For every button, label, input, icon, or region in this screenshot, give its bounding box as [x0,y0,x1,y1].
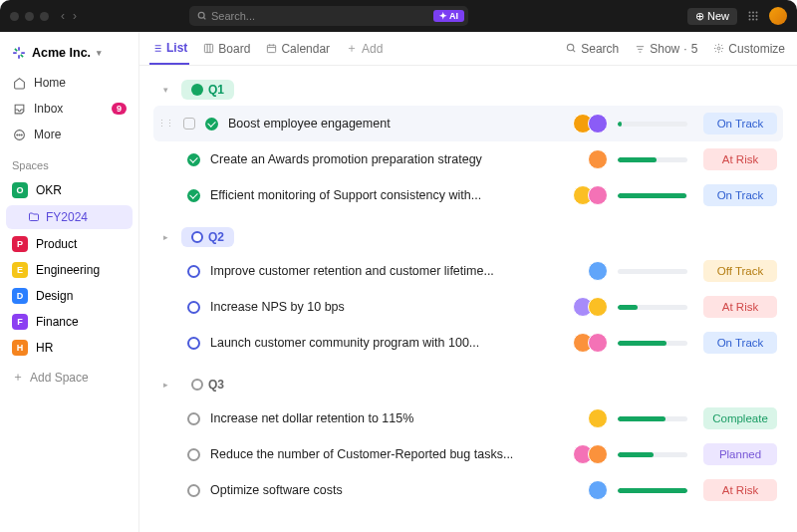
task-row[interactable]: Efficient monitoring of Support consiste… [153,177,783,213]
task-title: Efficient monitoring of Support consiste… [210,188,563,202]
apps-grid-icon[interactable] [747,10,759,22]
status-pill[interactable]: On Track [703,332,777,354]
nav-back-icon[interactable]: ‹ [61,9,65,23]
progress-bar [618,157,687,162]
folder-icon [28,211,40,223]
home-icon [12,77,26,90]
task-title: Increase NPS by 10 bps [210,300,563,314]
nav-home[interactable]: Home [0,70,138,96]
nav-forward-icon[interactable]: › [73,9,77,23]
assignee-avatar[interactable] [588,185,608,205]
folder-fy2024[interactable]: FY2024 [6,205,133,229]
assignee-avatar[interactable] [588,261,608,281]
task-list: ▾ Q1 ⋮⋮ Boost employee engagement On Tra… [139,66,797,532]
svg-line-29 [573,50,575,52]
task-row[interactable]: Increase NPS by 10 bps At Risk [153,289,783,325]
view-toolbar: List Board Calendar ＋ Add Sear [139,32,797,66]
task-status-icon[interactable] [187,189,200,202]
global-search[interactable]: Search... ✦ AI [189,6,468,26]
space-icon: O [12,182,28,198]
assignee-avatar[interactable] [588,149,608,169]
group-header-q2[interactable]: ▸ Q2 [153,221,783,253]
status-pill[interactable]: At Risk [703,296,777,318]
svg-rect-21 [205,44,213,52]
collapse-caret-icon[interactable]: ▾ [163,85,173,95]
user-avatar[interactable] [769,7,787,25]
close-window[interactable] [10,12,19,21]
status-pill[interactable]: On Track [703,184,777,206]
task-status-icon[interactable] [187,337,200,350]
more-icon [12,129,26,141]
space-item-finance[interactable]: FFinance [0,309,138,335]
task-title: Improve customer retention and customer … [210,264,578,278]
new-button[interactable]: ⊕ New [687,8,737,25]
space-item-engineering[interactable]: EEngineering [0,257,138,283]
drag-handle-icon[interactable]: ⋮⋮ [157,119,173,129]
space-name: Design [36,289,73,303]
nav-inbox[interactable]: Inbox 9 [0,96,138,122]
task-row[interactable]: Launch customer community program with 1… [153,325,783,361]
task-status-icon[interactable] [205,118,218,131]
ai-badge[interactable]: ✦ AI [433,10,464,22]
status-pill[interactable]: Compleate [703,407,777,429]
collapse-caret-icon[interactable]: ▸ [163,232,173,242]
assignees [588,408,608,428]
nav-more[interactable]: More [0,122,138,147]
tab-calendar[interactable]: Calendar [264,34,332,64]
progress-cell [618,488,693,493]
group-header-q1[interactable]: ▾ Q1 [153,74,783,106]
toolbar-show[interactable]: Show · 5 [633,34,699,64]
assignee-avatar[interactable] [588,444,608,464]
svg-point-10 [755,19,757,21]
add-view-button[interactable]: ＋ Add [344,32,385,65]
status-pill[interactable]: Off Track [703,260,777,282]
workspace-logo-icon [12,46,26,60]
space-item-okr[interactable]: OOKR [0,177,138,203]
task-status-icon[interactable] [187,448,200,461]
space-item-product[interactable]: PProduct [0,231,138,257]
assignee-avatar[interactable] [588,333,608,353]
task-status-icon[interactable] [187,265,200,278]
status-pill[interactable]: At Risk [703,479,777,501]
tab-list[interactable]: List [149,33,189,65]
svg-point-3 [752,12,754,14]
svg-line-1 [203,17,205,19]
task-title: Optimize software costs [210,483,578,497]
svg-point-6 [752,15,754,17]
task-status-icon[interactable] [187,484,200,497]
task-status-icon[interactable] [187,412,200,425]
space-item-design[interactable]: DDesign [0,283,138,309]
workspace-switcher[interactable]: Acme Inc. ▾ [0,42,138,70]
task-row[interactable]: Reduce the number of Customer-Reported b… [153,436,783,472]
assignee-avatar[interactable] [588,297,608,317]
progress-cell [618,193,693,198]
svg-point-7 [755,15,757,17]
space-name: Product [36,237,77,251]
task-row[interactable]: Increase net dollar retention to 115% Co… [153,400,783,436]
assignee-avatar[interactable] [588,408,608,428]
assignee-avatar[interactable] [588,114,608,133]
task-row[interactable]: ⋮⋮ Boost employee engagement On Track [153,106,783,141]
row-checkbox[interactable] [183,118,195,130]
task-row[interactable]: Optimize software costs At Risk [153,472,783,508]
group-header-q3[interactable]: ▸ Q3 [153,369,783,400]
add-space-button[interactable]: ＋ Add Space [0,361,138,394]
task-row[interactable]: Improve customer retention and customer … [153,253,783,289]
task-status-icon[interactable] [187,153,200,166]
toolbar-customize[interactable]: Customize [711,34,787,64]
chevron-down-icon: ▾ [97,48,102,58]
status-pill[interactable]: Planned [703,443,777,465]
task-status-icon[interactable] [187,301,200,314]
space-item-hr[interactable]: HHR [0,335,138,361]
tab-board[interactable]: Board [201,34,252,64]
minimize-window[interactable] [25,12,34,21]
status-pill[interactable]: On Track [703,113,777,134]
task-row[interactable]: Create an Awards promotion preparation s… [153,141,783,177]
sidebar: Acme Inc. ▾ Home Inbox 9 More Spaces OOK… [0,32,139,532]
collapse-caret-icon[interactable]: ▸ [163,380,173,390]
toolbar-search[interactable]: Search [564,34,621,64]
status-pill[interactable]: At Risk [703,148,777,170]
group-q3: ▸ Q3 Increase net dollar retention to 11… [153,369,783,508]
assignee-avatar[interactable] [588,480,608,500]
maximize-window[interactable] [40,12,49,21]
